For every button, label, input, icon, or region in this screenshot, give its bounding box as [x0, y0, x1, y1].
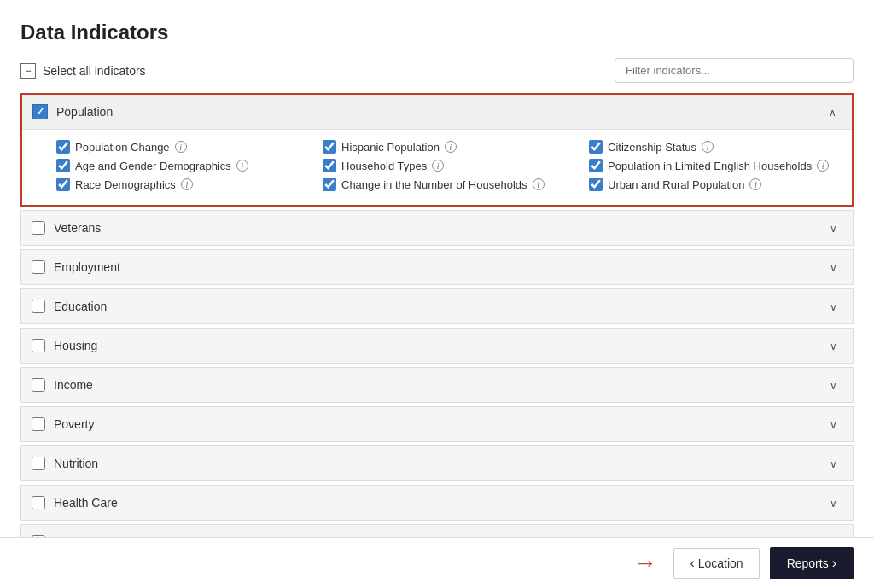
- checkbox-income[interactable]: [32, 378, 45, 392]
- category-header-poverty[interactable]: Poverty: [21, 407, 853, 441]
- category-header-left-poverty: Poverty: [32, 417, 94, 431]
- category-section-income: Income: [20, 367, 854, 403]
- other-categories: Veterans Employment Educat: [20, 210, 854, 560]
- category-header-left-employment: Employment: [32, 260, 120, 274]
- collapse-btn-education[interactable]: [824, 298, 842, 315]
- chevron-down-icon-employment: [830, 260, 837, 274]
- label-household-types: Household Types: [341, 160, 427, 172]
- location-button[interactable]: Location: [673, 548, 759, 579]
- category-header-veterans[interactable]: Veterans: [21, 211, 853, 245]
- category-header-health_care[interactable]: Health Care: [21, 486, 853, 520]
- info-icon-race-demo[interactable]: i: [181, 178, 193, 190]
- category-section-population: Population Population Change i Hispanic …: [20, 93, 854, 207]
- checkbox-nutrition[interactable]: [32, 457, 45, 470]
- category-header-left-education: Education: [32, 300, 107, 313]
- checkbox-health_care[interactable]: [32, 496, 45, 509]
- indicator-age-gender: Age and Gender Demographics i: [56, 159, 306, 172]
- label-employment: Employment: [54, 260, 120, 274]
- collapse-btn-housing[interactable]: [824, 337, 842, 354]
- checkbox-veterans[interactable]: [32, 221, 45, 235]
- checkbox-household-types[interactable]: [323, 159, 336, 172]
- collapse-btn-nutrition[interactable]: [824, 455, 842, 472]
- checkbox-citizenship[interactable]: [589, 140, 603, 154]
- population-checkbox[interactable]: [32, 104, 48, 119]
- checkbox-change-households[interactable]: [323, 178, 336, 191]
- label-hispanic-pop: Hispanic Population: [341, 141, 440, 154]
- select-all-icon[interactable]: −: [20, 63, 36, 79]
- label-veterans: Veterans: [54, 221, 101, 235]
- category-header-employment[interactable]: Employment: [21, 250, 853, 284]
- collapse-btn-veterans[interactable]: [824, 219, 842, 236]
- chevron-down-icon-poverty: [830, 417, 837, 431]
- category-header-left-nutrition: Nutrition: [32, 457, 98, 470]
- population-expanded: Population Change i Hispanic Population …: [22, 129, 852, 205]
- checkbox-housing[interactable]: [32, 339, 45, 352]
- reports-label: Reports: [787, 556, 829, 570]
- chevron-left-icon: [690, 556, 694, 571]
- indicator-hispanic-pop: Hispanic Population i: [323, 140, 572, 154]
- collapse-btn-poverty[interactable]: [824, 416, 842, 433]
- label-limited-english: Population in Limited English Households: [608, 160, 812, 172]
- category-header-housing[interactable]: Housing: [21, 329, 853, 363]
- info-icon-limited-english[interactable]: i: [817, 160, 829, 172]
- collapse-btn-health_care[interactable]: [824, 494, 842, 511]
- label-urban-rural: Urban and Rural Population: [608, 178, 744, 191]
- filter-input[interactable]: [615, 58, 854, 83]
- info-icon-hispanic-pop[interactable]: i: [445, 141, 457, 153]
- indicator-citizenship: Citizenship Status i: [589, 140, 838, 154]
- population-collapse-btn[interactable]: [824, 103, 842, 120]
- checkbox-hispanic-pop[interactable]: [323, 140, 336, 154]
- collapse-btn-employment[interactable]: [824, 259, 842, 276]
- chevron-up-icon: [829, 105, 836, 119]
- checkbox-urban-rural[interactable]: [589, 178, 603, 191]
- category-header-left-housing: Housing: [32, 339, 97, 352]
- checkbox-age-gender[interactable]: [56, 159, 70, 172]
- location-label: Location: [698, 556, 743, 570]
- checkbox-race-demo[interactable]: [56, 178, 70, 191]
- info-icon-population-change[interactable]: i: [175, 141, 187, 153]
- indicator-urban-rural: Urban and Rural Population i: [589, 178, 838, 191]
- chevron-down-icon-nutrition: [830, 457, 837, 470]
- chevron-down-icon-veterans: [830, 221, 837, 235]
- info-icon-age-gender[interactable]: i: [236, 160, 248, 172]
- population-header[interactable]: Population: [22, 95, 852, 129]
- select-all-container: − Select all indicators: [20, 63, 146, 79]
- info-icon-urban-rural[interactable]: i: [749, 178, 761, 190]
- indicator-limited-english: Population in Limited English Households…: [589, 159, 838, 172]
- bottom-nav: → Location Reports: [0, 537, 874, 588]
- arrow-indicator: →: [632, 550, 656, 577]
- category-section-veterans: Veterans: [20, 210, 854, 246]
- indicator-race-demo: Race Demographics i: [56, 178, 306, 191]
- checkbox-limited-english[interactable]: [589, 159, 603, 172]
- category-section-education: Education: [20, 288, 854, 324]
- label-income: Income: [54, 378, 93, 392]
- reports-button[interactable]: Reports: [770, 547, 854, 579]
- chevron-down-icon-health_care: [830, 496, 837, 509]
- label-education: Education: [54, 300, 107, 313]
- label-nutrition: Nutrition: [54, 457, 98, 470]
- checkbox-employment[interactable]: [32, 260, 45, 274]
- category-section-employment: Employment: [20, 249, 854, 285]
- population-label: Population: [56, 105, 113, 119]
- checkbox-poverty[interactable]: [32, 417, 45, 431]
- checkbox-population-change[interactable]: [56, 140, 70, 154]
- checkbox-education[interactable]: [32, 300, 45, 313]
- info-icon-citizenship[interactable]: i: [702, 141, 714, 153]
- category-section-health_care: Health Care: [20, 485, 854, 521]
- category-header-income[interactable]: Income: [21, 368, 853, 402]
- category-header-education[interactable]: Education: [21, 289, 853, 323]
- label-housing: Housing: [54, 339, 97, 352]
- indicators-grid: Population Change i Hispanic Population …: [56, 140, 838, 191]
- indicator-population-change: Population Change i: [56, 140, 306, 154]
- label-change-households: Change in the Number of Households: [341, 178, 527, 191]
- category-section-nutrition: Nutrition: [20, 445, 854, 481]
- category-header-nutrition[interactable]: Nutrition: [21, 446, 853, 480]
- page-container: Data Indicators − Select all indicators …: [0, 0, 874, 588]
- label-population-change: Population Change: [75, 141, 170, 154]
- info-icon-household-types[interactable]: i: [432, 160, 444, 172]
- category-header-left-veterans: Veterans: [32, 221, 101, 235]
- info-icon-change-households[interactable]: i: [533, 178, 545, 190]
- collapse-btn-income[interactable]: [824, 376, 842, 393]
- chevron-down-icon-housing: [830, 339, 837, 352]
- category-section-poverty: Poverty: [20, 406, 854, 442]
